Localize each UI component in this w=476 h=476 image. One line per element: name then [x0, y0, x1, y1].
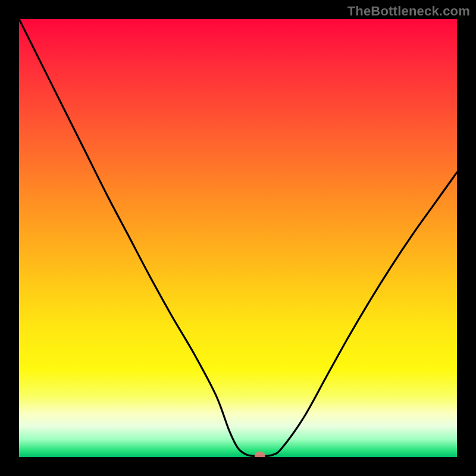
chart-frame: TheBottleneck.com: [0, 0, 476, 476]
watermark-text: TheBottleneck.com: [347, 4, 470, 19]
plot-area: [19, 19, 457, 457]
gradient-background: [19, 19, 457, 457]
bottleneck-chart: [19, 19, 457, 457]
